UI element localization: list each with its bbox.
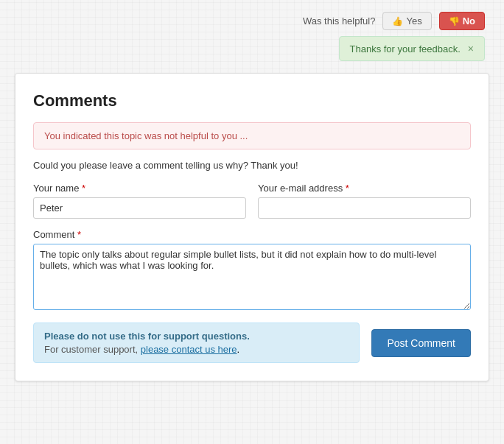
email-label: Your e-mail address * (258, 183, 471, 194)
comment-label: Comment * (33, 229, 471, 240)
feedback-toast: Thanks for your feedback. × (12, 36, 492, 61)
toast-box: Thanks for your feedback. × (339, 36, 486, 61)
email-input[interactable] (258, 197, 471, 219)
toast-close-button[interactable]: × (468, 43, 474, 54)
name-input[interactable] (33, 197, 246, 219)
prompt-text: Could you please leave a comment telling… (33, 160, 471, 171)
helpful-question: Was this helpful? (303, 15, 376, 27)
yes-label: Yes (406, 15, 421, 27)
post-comment-button[interactable]: Post Comment (371, 329, 471, 357)
support-title: Please do not use this for support quest… (44, 331, 349, 342)
helpful-bar: Was this helpful? 👍 Yes 👎 No (12, 12, 492, 30)
comments-title: Comments (33, 91, 471, 110)
yes-button[interactable]: 👍 Yes (382, 12, 431, 30)
name-group: Your name * (33, 183, 246, 219)
no-label: No (463, 15, 475, 27)
thumbs-up-icon: 👍 (392, 16, 403, 27)
comment-textarea[interactable]: The topic only talks about regular simpl… (33, 244, 471, 310)
thumbs-down-icon: 👎 (449, 16, 460, 27)
no-button[interactable]: 👎 No (439, 12, 485, 30)
comments-card: Comments You indicated this topic was no… (15, 73, 489, 381)
name-label: Your name * (33, 183, 246, 194)
toast-message: Thanks for your feedback. (350, 43, 461, 54)
email-group: Your e-mail address * (258, 183, 471, 219)
support-text: For customer support, (44, 344, 141, 355)
bottom-row: Please do not use this for support quest… (33, 323, 471, 363)
name-email-row: Your name * Your e-mail address * (33, 183, 471, 219)
support-contact-row: For customer support, please contact us … (44, 344, 349, 355)
comment-group: Comment * The topic only talks about reg… (33, 229, 471, 312)
support-link[interactable]: please contact us here (141, 344, 237, 355)
support-notice: Please do not use this for support quest… (33, 323, 360, 363)
not-helpful-alert: You indicated this topic was not helpful… (33, 122, 471, 149)
